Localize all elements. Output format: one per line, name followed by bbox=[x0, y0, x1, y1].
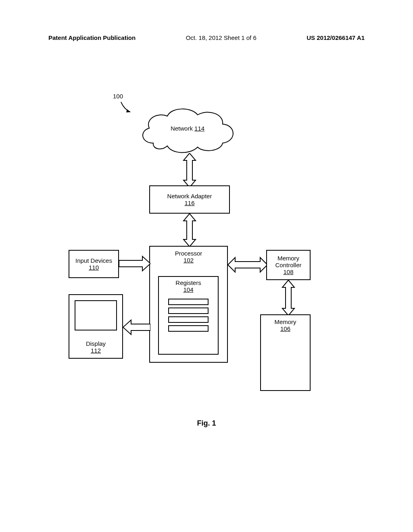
header-left: Patent Application Publication bbox=[48, 34, 136, 41]
memory-num: 106 bbox=[280, 325, 290, 332]
input-devices-num: 110 bbox=[89, 264, 99, 271]
registers-label: Registers bbox=[159, 279, 218, 286]
svg-marker-2 bbox=[184, 214, 196, 247]
page-header: Patent Application Publication Oct. 18, … bbox=[0, 34, 413, 41]
processor-label: Processor bbox=[175, 250, 202, 257]
memory-block: Memory 106 bbox=[260, 314, 311, 391]
arrow-processor-to-display-icon bbox=[123, 318, 150, 336]
figure-label: Fig. 1 bbox=[0, 419, 413, 428]
arrow-adapter-to-processor-icon bbox=[181, 214, 198, 247]
memory-controller-block: Memory Controller 108 bbox=[266, 250, 311, 280]
input-devices-block: Input Devices 110 bbox=[69, 250, 119, 278]
svg-marker-3 bbox=[119, 256, 150, 271]
memory-controller-num: 108 bbox=[283, 268, 293, 275]
header-right: US 2012/0266147 A1 bbox=[307, 34, 365, 41]
network-adapter-block: Network Adapter 116 bbox=[149, 185, 230, 214]
network-adapter-num: 116 bbox=[184, 200, 194, 206]
svg-marker-5 bbox=[228, 258, 267, 272]
arrow-processor-to-memctrl-icon bbox=[228, 256, 267, 274]
register-slot bbox=[168, 325, 209, 332]
memory-controller-label-l2: Controller bbox=[275, 262, 301, 268]
memory-controller-label-l1: Memory bbox=[277, 255, 299, 262]
display-num: 112 bbox=[91, 347, 101, 354]
svg-marker-4 bbox=[123, 320, 150, 335]
arrow-memctrl-to-memory-icon bbox=[280, 280, 296, 316]
svg-marker-1 bbox=[184, 153, 196, 187]
arrow-input-to-processor-icon bbox=[119, 254, 150, 273]
registers-num: 104 bbox=[159, 286, 218, 293]
reference-number-100: 100 bbox=[113, 93, 123, 100]
register-slot bbox=[168, 299, 209, 305]
figure-diagram: 100 Network 114 Network Adapter 116 Proc… bbox=[0, 52, 413, 455]
svg-marker-6 bbox=[282, 280, 294, 316]
memory-label: Memory bbox=[274, 318, 296, 325]
register-slot bbox=[168, 316, 209, 323]
arrow-network-to-adapter-icon bbox=[181, 153, 198, 187]
network-label: Network 114 bbox=[133, 125, 242, 132]
register-slot bbox=[168, 308, 209, 314]
display-label: Display bbox=[86, 340, 106, 347]
input-devices-label: Input Devices bbox=[75, 257, 112, 264]
network-adapter-label: Network Adapter bbox=[167, 193, 212, 200]
registers-block: Registers 104 bbox=[158, 276, 219, 355]
display-screen-icon bbox=[75, 300, 117, 330]
header-mid: Oct. 18, 2012 Sheet 1 of 6 bbox=[186, 34, 257, 41]
reference-arrow-icon bbox=[119, 100, 135, 116]
processor-num: 102 bbox=[184, 257, 194, 264]
